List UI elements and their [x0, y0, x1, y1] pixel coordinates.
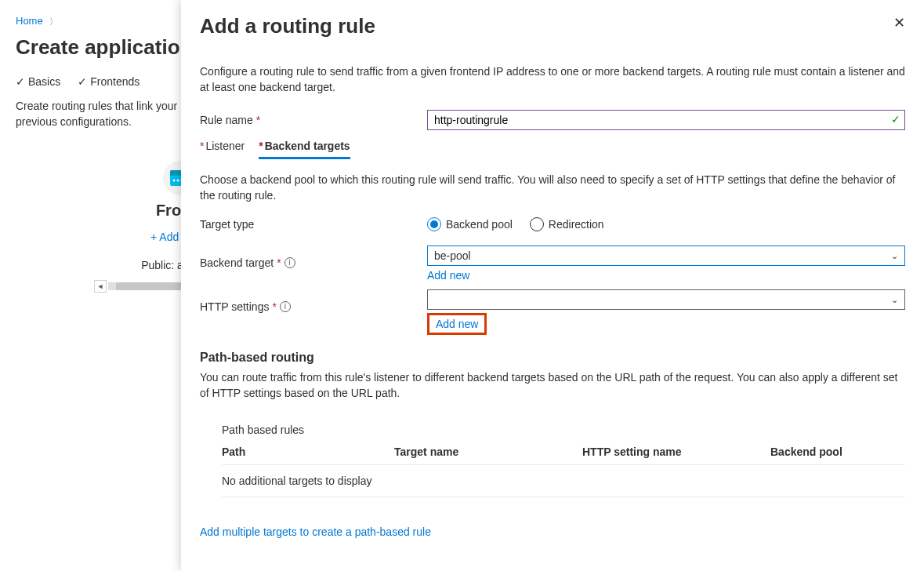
backend-target-select[interactable]: be-pool ⌄ — [427, 245, 905, 266]
chevron-right-icon: 〉 — [49, 16, 58, 26]
col-http-setting: HTTP setting name — [582, 446, 770, 458]
wizard-step-frontends[interactable]: ✓ Frontends — [78, 75, 140, 88]
panel-title: Add a routing rule — [200, 14, 375, 38]
wizard-step-basics[interactable]: ✓ Basics — [16, 75, 60, 88]
chevron-down-icon: ⌄ — [891, 295, 898, 305]
backend-tab-description: Choose a backend pool to which this rout… — [200, 172, 905, 204]
panel-description: Configure a routing rule to send traffic… — [200, 64, 905, 96]
backend-target-label: Backend target * i — [200, 245, 427, 269]
valid-check-icon: ✓ — [891, 113, 900, 125]
add-multiple-targets-link[interactable]: Add multiple targets to create a path-ba… — [200, 526, 431, 538]
wizard-step-label: Frontends — [90, 75, 140, 88]
tab-listener[interactable]: *Listener — [200, 140, 245, 159]
tab-backend-targets[interactable]: *Backend targets — [259, 140, 350, 159]
path-based-routing-description: You can route traffic from this rule's l… — [200, 369, 905, 402]
rule-name-input[interactable] — [427, 110, 905, 130]
radio-label: Redirection — [549, 218, 604, 231]
close-icon[interactable]: ✕ — [893, 14, 905, 31]
routing-rule-panel: Add a routing rule ✕ Configure a routing… — [181, 0, 924, 571]
http-settings-select[interactable]: ⌄ — [427, 289, 905, 310]
add-new-http-settings-link[interactable]: Add new — [436, 318, 478, 330]
info-icon[interactable]: i — [280, 301, 291, 312]
path-rules-table-header: Path Target name HTTP setting name Backe… — [222, 446, 905, 465]
add-new-backend-link[interactable]: Add new — [427, 269, 469, 282]
path-based-routing-heading: Path-based routing — [200, 351, 905, 365]
scroll-left-arrow-icon[interactable]: ◄ — [94, 280, 107, 293]
svg-point-2 — [173, 180, 176, 182]
page-description: Create routing rules that link your prev… — [0, 99, 204, 129]
path-rules-section: Path based rules Path Target name HTTP s… — [200, 424, 905, 497]
breadcrumb-home[interactable]: Home — [16, 15, 43, 27]
info-icon[interactable]: i — [284, 257, 295, 268]
radio-label: Backend pool — [446, 218, 513, 231]
check-icon: ✓ — [78, 75, 87, 88]
col-path: Path — [222, 446, 394, 458]
add-new-http-highlight: Add new — [427, 313, 487, 335]
wizard-step-label: Basics — [28, 75, 60, 88]
col-target-name: Target name — [394, 446, 582, 458]
path-rules-empty: No additional targets to display — [222, 465, 905, 497]
http-settings-label: HTTP settings * i — [200, 289, 427, 313]
rule-tabs: *Listener *Backend targets — [200, 140, 905, 159]
check-icon: ✓ — [16, 75, 25, 88]
radio-backend-pool[interactable]: Backend pool — [427, 217, 513, 231]
col-backend-pool: Backend pool — [770, 446, 905, 458]
chevron-down-icon: ⌄ — [891, 251, 898, 261]
scrollbar-thumb[interactable] — [116, 282, 187, 290]
select-value: be-pool — [434, 249, 471, 262]
svg-point-3 — [177, 180, 179, 182]
radio-redirection[interactable]: Redirection — [530, 217, 604, 231]
rule-name-label: Rule name * — [200, 114, 427, 126]
path-rules-title: Path based rules — [222, 424, 905, 436]
target-type-label: Target type — [200, 218, 427, 231]
